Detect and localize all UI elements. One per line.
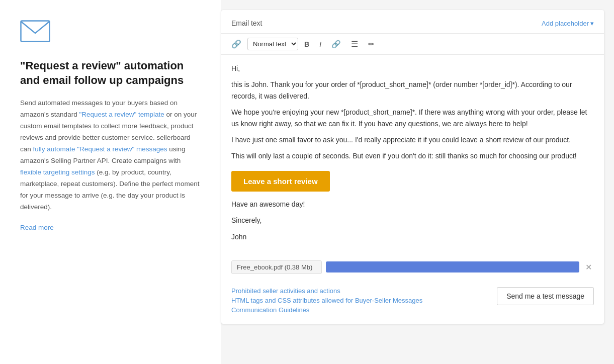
email-footer: Prohibited seller activities and actions… xyxy=(221,279,604,314)
svg-rect-0 xyxy=(21,21,50,42)
body-line-3: I have just one small favor to ask you..… xyxy=(231,134,594,145)
leave-review-button[interactable]: Leave a short review xyxy=(231,171,330,192)
add-placeholder-button[interactable]: Add placeholder ▾ xyxy=(542,20,594,27)
attachment-row: Free_ebook.pdf (0.38 Mb) ✕ xyxy=(231,260,594,274)
html-tags-link[interactable]: HTML tags and CSS attributes allowed for… xyxy=(231,297,422,304)
flexible-targeting-link[interactable]: flexible targeting settings xyxy=(20,168,95,176)
email-text-label: Email text xyxy=(231,19,262,27)
list-button[interactable]: ☰ xyxy=(347,37,362,51)
request-review-link[interactable]: "Request a review" template xyxy=(79,111,164,118)
attachment-close-button[interactable]: ✕ xyxy=(583,262,594,272)
send-test-button[interactable]: Send me a test message xyxy=(497,287,594,305)
greeting-line: Hi, xyxy=(231,63,594,74)
read-more-link[interactable]: Read more xyxy=(20,224,54,231)
brush-button[interactable]: ✏ xyxy=(364,37,379,51)
bold-button[interactable]: B xyxy=(300,38,313,51)
communication-guidelines-link[interactable]: Communication Guidelines xyxy=(231,306,422,314)
attachment-progress-bar xyxy=(326,261,579,272)
closing-line-3: John xyxy=(231,231,594,242)
closing-line-1: Have an awesome day! xyxy=(231,199,594,210)
email-header: Email text Add placeholder ▾ xyxy=(221,10,604,34)
fully-automate-link[interactable]: fully automate "Request a review" messag… xyxy=(33,145,167,153)
prohibited-activities-link[interactable]: Prohibited seller activities and actions xyxy=(231,287,422,295)
italic-button[interactable]: I xyxy=(315,38,325,51)
dropdown-arrow-icon: ▾ xyxy=(590,20,594,27)
envelope-icon xyxy=(20,20,201,59)
body-line-2: We hope you're enjoying your new *[produ… xyxy=(231,107,594,129)
email-body: Hi, this is John. Thank you for your ord… xyxy=(221,55,604,255)
page-title: "Request a review" automation and email … xyxy=(20,59,201,87)
closing-line-2: Sincerely, xyxy=(231,215,594,226)
footer-links: Prohibited seller activities and actions… xyxy=(231,287,422,314)
body-line-4: This will only last a couple of seconds.… xyxy=(231,150,594,161)
link-icon-button[interactable]: 🔗 xyxy=(227,37,245,51)
attachment-filename: Free_ebook.pdf (0.38 Mb) xyxy=(231,260,322,274)
description-text: Send automated messages to your buyers b… xyxy=(20,98,201,213)
body-line-1: this is John. Thank you for your order o… xyxy=(231,79,594,102)
editor-toolbar: 🔗 Normal text Heading 1 Heading 2 B I 🔗 … xyxy=(221,34,604,55)
format-select[interactable]: Normal text Heading 1 Heading 2 xyxy=(247,38,298,50)
hyperlink-button[interactable]: 🔗 xyxy=(327,37,345,51)
